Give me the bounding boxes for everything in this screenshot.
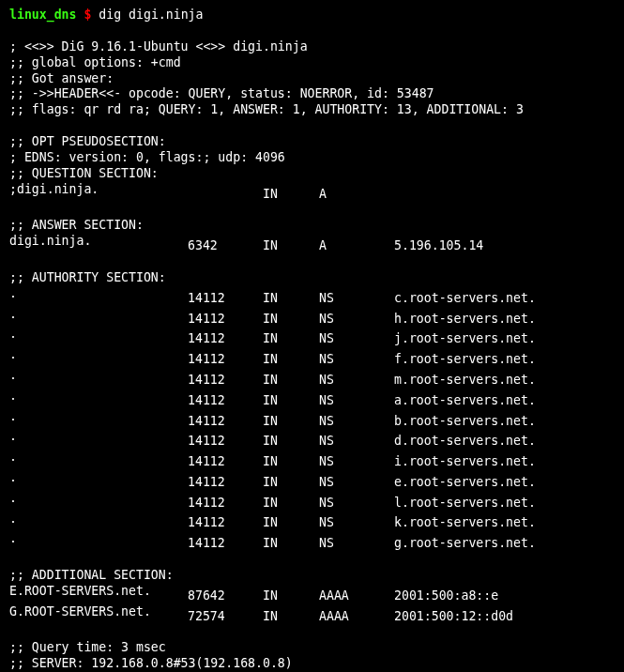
dig-got-answer: ;; Got answer:: [9, 71, 615, 87]
prompt-dollar: $: [84, 8, 91, 22]
authority-row: .14112INNSi.root-servers.net.: [9, 450, 615, 470]
dig-global-options: ;; global options: +cmd: [9, 55, 615, 71]
dig-flags: ;; flags: qr rd ra; QUERY: 1, ANSWER: 1,…: [9, 102, 615, 118]
authority-row: .14112INNSk.root-servers.net.: [9, 512, 615, 532]
dig-header-line: ;; ->>HEADER<<- opcode: QUERY, status: N…: [9, 86, 615, 102]
authority-row: .14112INNSd.root-servers.net.: [9, 429, 615, 450]
authority-row: .14112INNSc.root-servers.net.: [9, 286, 615, 307]
pseudo-title: ;; OPT PSEUDOSECTION:: [9, 134, 615, 150]
prompt-host: linux_dns: [9, 8, 76, 22]
pseudo-edns: ; EDNS: version: 0, flags:; udp: 4096: [9, 150, 615, 166]
additional-title: ;; ADDITIONAL SECTION:: [9, 568, 615, 584]
prompt-command: dig digi.ninja: [99, 8, 203, 22]
answer-title: ;; ANSWER SECTION:: [9, 218, 615, 234]
authority-row: .14112INNSg.root-servers.net.: [9, 531, 615, 552]
authority-row: .14112INNSf.root-servers.net.: [9, 347, 615, 368]
authority-row: .14112INNSj.root-servers.net.: [9, 327, 615, 347]
authority-row: .14112INNSb.root-servers.net.: [9, 409, 615, 430]
question-row: ;digi.ninja.INA: [9, 182, 615, 203]
authority-row: .14112INNSm.root-servers.net.: [9, 368, 615, 389]
authority-row: .14112INNSh.root-servers.net.: [9, 307, 615, 328]
footer-query-time: ;; Query time: 3 msec: [9, 640, 615, 656]
dig-banner: ; <<>> DiG 9.16.1-Ubuntu <<>> digi.ninja: [9, 39, 615, 55]
authority-title: ;; AUTHORITY SECTION:: [9, 270, 615, 286]
additional-row: E.ROOT-SERVERS.net.87642INAAAA2001:500:a…: [9, 584, 615, 604]
additional-row: G.ROOT-SERVERS.net.72574INAAAA2001:500:1…: [9, 604, 615, 625]
footer-server: ;; SERVER: 192.168.0.8#53(192.168.0.8): [9, 656, 615, 672]
shell-prompt[interactable]: linux_dns $ dig digi.ninja: [9, 8, 615, 23]
authority-row: .14112INNSa.root-servers.net.: [9, 389, 615, 409]
answer-row: digi.ninja.6342INA5.196.105.14: [9, 234, 615, 254]
authority-row: .14112INNSl.root-servers.net.: [9, 491, 615, 512]
question-title: ;; QUESTION SECTION:: [9, 166, 615, 182]
authority-row: .14112INNSe.root-servers.net.: [9, 470, 615, 491]
